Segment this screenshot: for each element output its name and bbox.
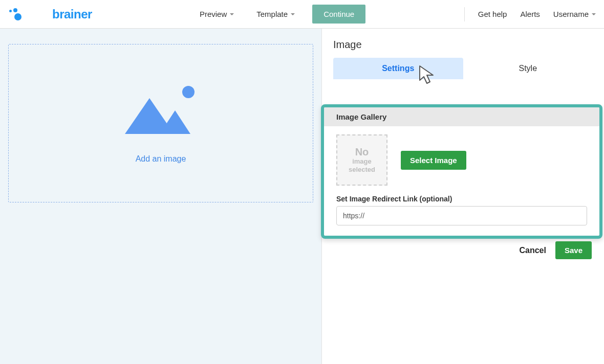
redirect-link-input[interactable] bbox=[336, 206, 587, 225]
thumb-no-text: No bbox=[355, 147, 369, 157]
tab-style[interactable]: Style bbox=[463, 58, 593, 79]
nav-username-label: Username bbox=[553, 10, 589, 18]
save-button[interactable]: Save bbox=[555, 241, 592, 259]
image-placeholder-icon bbox=[120, 83, 202, 134]
logo-dots-icon bbox=[8, 8, 24, 20]
nav-preview-label: Preview bbox=[200, 10, 227, 18]
panel-actions: Cancel Save bbox=[519, 241, 592, 259]
image-gallery-header: Image Gallery bbox=[324, 107, 599, 126]
thumb-sub2: selected bbox=[349, 166, 375, 173]
continue-button[interactable]: Continue bbox=[312, 5, 365, 24]
thumb-sub1: image bbox=[352, 158, 372, 165]
settings-highlight-box: Image Gallery No image selected Select I… bbox=[321, 104, 602, 239]
image-gallery-body: No image selected Select Image Set Image… bbox=[324, 126, 599, 236]
nav-alerts-label: Alerts bbox=[520, 10, 540, 18]
nav-center: Preview Template Continue bbox=[195, 5, 365, 24]
caret-down-icon bbox=[291, 13, 295, 15]
thumbnail-placeholder: No image selected bbox=[336, 134, 387, 186]
panel-title: Image bbox=[322, 39, 604, 58]
gallery-row: No image selected Select Image bbox=[336, 134, 587, 186]
caret-down-icon bbox=[592, 13, 596, 15]
nav-get-help[interactable]: Get help bbox=[478, 10, 507, 18]
nav-template-label: Template bbox=[256, 10, 288, 18]
select-image-button[interactable]: Select Image bbox=[401, 151, 466, 170]
image-drop-zone[interactable]: Add an image bbox=[8, 44, 313, 202]
panel-tabs: Settings Style bbox=[322, 58, 604, 79]
divider bbox=[464, 7, 465, 21]
canvas-area: Add an image bbox=[0, 29, 321, 364]
nav-get-help-label: Get help bbox=[478, 10, 507, 18]
nav-right: Get help Alerts Username bbox=[464, 7, 596, 21]
logo-text-brainer: brainer bbox=[52, 7, 92, 21]
side-panel: Image Settings Style Image Gallery No im… bbox=[321, 29, 604, 364]
caret-down-icon bbox=[230, 13, 234, 15]
main: Add an image Image Settings Style Image … bbox=[0, 29, 604, 364]
add-image-label: Add an image bbox=[136, 154, 186, 164]
nav-username[interactable]: Username bbox=[553, 10, 596, 18]
tab-settings[interactable]: Settings bbox=[333, 58, 463, 79]
nav-preview[interactable]: Preview bbox=[195, 6, 239, 22]
app-header: mainbrainer Preview Template Continue Ge… bbox=[0, 0, 604, 29]
cancel-button[interactable]: Cancel bbox=[519, 246, 546, 255]
nav-template[interactable]: Template bbox=[251, 6, 300, 22]
redirect-link-label: Set Image Redirect Link (optional) bbox=[336, 195, 587, 203]
nav-alerts[interactable]: Alerts bbox=[520, 10, 540, 18]
